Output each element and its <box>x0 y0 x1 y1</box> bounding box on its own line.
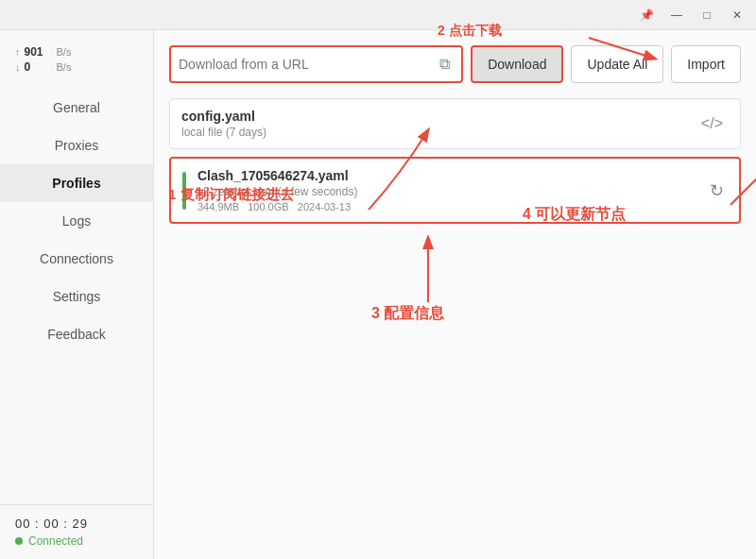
minimize-button[interactable]: — <box>662 0 692 30</box>
profile-source-clash: v2.zerobei.com (a few seconds) <box>198 185 706 198</box>
main-content: ⧉ Download Update All Import config.yaml… <box>154 30 756 559</box>
profile-info-clash: Clash_1705646274.yaml v2.zerobei.com (a … <box>198 168 706 212</box>
sidebar-item-settings[interactable]: Settings <box>0 278 153 315</box>
connected-dot-icon <box>15 537 23 545</box>
profile-item-config[interactable]: config.yaml local file (7 days) </> <box>169 98 741 149</box>
speed-display: ↑ 901 B/s ↓ 0 B/s <box>0 38 153 81</box>
profile-item-clash[interactable]: Clash_1705646274.yaml v2.zerobei.com (a … <box>169 157 741 224</box>
import-button[interactable]: Import <box>671 45 741 83</box>
upload-arrow-icon: ↑ <box>15 46 21 58</box>
annotation-3: 3 配置信息 <box>371 304 444 324</box>
connected-label: Connected <box>28 534 83 548</box>
download-button[interactable]: Download <box>471 45 563 83</box>
sidebar-bottom: 00 : 00 : 29 Connected <box>0 504 153 559</box>
download-arrow-icon: ↓ <box>15 61 21 73</box>
app-layout: ↑ 901 B/s ↓ 0 B/s General Proxies Profil… <box>0 30 756 559</box>
sidebar-item-logs[interactable]: Logs <box>0 202 153 240</box>
sidebar-item-connections[interactable]: Connections <box>0 240 153 278</box>
sidebar-item-profiles[interactable]: Profiles <box>0 164 153 202</box>
close-button[interactable]: ✕ <box>722 0 752 30</box>
profile-name-config: config.yaml <box>181 109 696 124</box>
download-speed-unit: B/s <box>57 61 72 73</box>
profile-refresh-button-clash[interactable]: ↻ <box>706 177 728 205</box>
profile-stats-clash: 344.9MB 100.0GB 2024-03-13 <box>198 201 706 212</box>
timer-display: 00 : 00 : 29 <box>15 517 138 531</box>
update-all-button[interactable]: Update All <box>571 45 663 83</box>
profile-meta-config: local file (7 days) <box>181 126 696 139</box>
upload-speed-value: 901 <box>25 45 53 59</box>
top-bar: ⧉ Download Update All Import <box>169 45 741 83</box>
sidebar-item-proxies[interactable]: Proxies <box>0 127 153 164</box>
url-input[interactable] <box>179 57 436 72</box>
maximize-button[interactable]: □ <box>692 0 722 30</box>
profile-info-config: config.yaml local file (7 days) <box>181 109 696 139</box>
upload-speed-unit: B/s <box>57 46 72 58</box>
sidebar: ↑ 901 B/s ↓ 0 B/s General Proxies Profil… <box>0 30 154 559</box>
sidebar-item-general[interactable]: General <box>0 89 153 127</box>
profile-name-clash: Clash_1705646274.yaml <box>198 168 706 183</box>
download-speed-value: 0 <box>25 60 53 74</box>
sidebar-item-feedback[interactable]: Feedback <box>0 315 153 353</box>
titlebar: 📌 — □ ✕ <box>0 0 756 30</box>
connection-status: Connected <box>15 534 138 548</box>
pin-button[interactable]: 📌 <box>631 0 662 30</box>
profile-active-indicator <box>182 172 186 210</box>
copy-url-button[interactable]: ⧉ <box>436 54 454 75</box>
url-input-wrapper: ⧉ <box>169 45 463 83</box>
profile-edit-button-config[interactable]: </> <box>696 111 729 136</box>
